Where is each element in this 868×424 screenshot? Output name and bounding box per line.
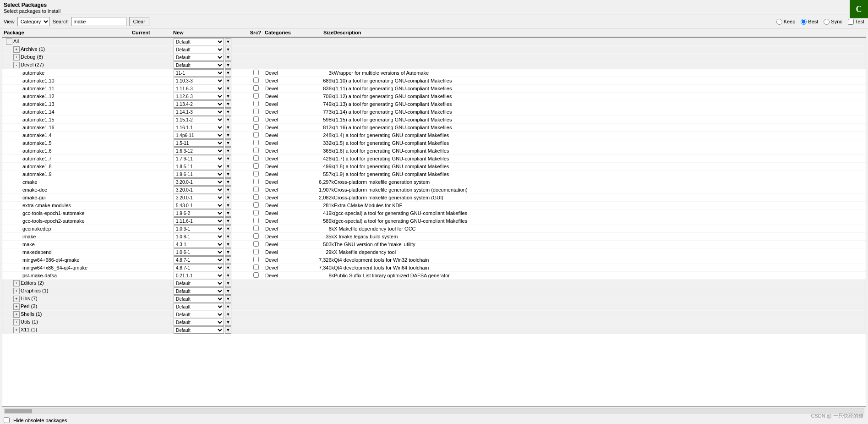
- new-version-select[interactable]: Default: [174, 287, 224, 295]
- keep-radio[interactable]: [776, 19, 782, 25]
- src-checkbox[interactable]: [253, 93, 259, 99]
- new-version-select[interactable]: Default: [174, 38, 224, 45]
- expand-button[interactable]: +: [13, 327, 20, 333]
- new-version-arrow[interactable]: ▼: [225, 155, 231, 162]
- expand-button[interactable]: +: [13, 296, 20, 302]
- new-version-arrow[interactable]: ▼: [225, 209, 231, 217]
- new-version-select[interactable]: Default: [174, 319, 224, 326]
- src-checkbox[interactable]: [253, 140, 259, 145]
- new-version-select[interactable]: 4.3-1: [174, 241, 224, 248]
- new-version-arrow[interactable]: ▼: [225, 248, 231, 256]
- new-version-arrow[interactable]: ▼: [225, 280, 231, 287]
- new-version-arrow[interactable]: ▼: [225, 287, 231, 295]
- src-checkbox[interactable]: [253, 85, 259, 91]
- src-checkbox[interactable]: [253, 109, 259, 114]
- expand-button[interactable]: +: [13, 311, 20, 318]
- new-version-arrow[interactable]: ▼: [225, 272, 231, 279]
- new-version-select[interactable]: 1.16.1-1: [174, 124, 224, 131]
- src-checkbox[interactable]: [253, 218, 259, 223]
- scroll-track[interactable]: [4, 408, 864, 413]
- collapse-button[interactable]: -: [6, 39, 12, 45]
- new-version-arrow[interactable]: ▼: [225, 139, 231, 147]
- new-version-select[interactable]: 0.21.1-1: [174, 272, 224, 279]
- src-checkbox[interactable]: [253, 194, 259, 200]
- category-row[interactable]: +Utils (1)Default▼: [2, 319, 866, 326]
- new-version-select[interactable]: 1.4p6-11: [174, 132, 224, 139]
- src-checkbox[interactable]: [253, 179, 259, 184]
- src-checkbox[interactable]: [253, 257, 259, 262]
- new-version-arrow[interactable]: ▼: [225, 202, 231, 209]
- new-version-select[interactable]: Default: [174, 61, 224, 69]
- src-checkbox[interactable]: [253, 249, 259, 254]
- src-checkbox[interactable]: [253, 116, 259, 122]
- src-checkbox[interactable]: [253, 210, 259, 215]
- new-version-arrow[interactable]: ▼: [225, 233, 231, 240]
- new-version-select[interactable]: 1.7.9-11: [174, 155, 224, 162]
- collapse-button[interactable]: -: [13, 62, 20, 68]
- new-version-select[interactable]: 3.20.0-1: [174, 186, 224, 193]
- category-row[interactable]: +X11 (1)Default▼: [2, 326, 866, 334]
- best-radio[interactable]: [801, 19, 807, 25]
- new-version-arrow[interactable]: ▼: [225, 46, 231, 53]
- sync-radio[interactable]: [824, 19, 830, 25]
- category-row[interactable]: +Shells (1)Default▼: [2, 311, 866, 319]
- src-checkbox[interactable]: [253, 241, 259, 247]
- new-version-select[interactable]: 1.9.6-11: [174, 171, 224, 178]
- clear-button[interactable]: Clear: [129, 17, 149, 26]
- new-version-arrow[interactable]: ▼: [225, 93, 231, 100]
- new-version-select[interactable]: 1.15.1-2: [174, 116, 224, 123]
- view-select[interactable]: Category Full: [17, 17, 50, 26]
- category-row[interactable]: -Devel (27)Default▼: [2, 61, 866, 69]
- new-version-arrow[interactable]: ▼: [225, 256, 231, 264]
- category-row[interactable]: +Archive (1)Default▼: [2, 46, 866, 54]
- new-version-arrow[interactable]: ▼: [225, 241, 231, 248]
- new-version-arrow[interactable]: ▼: [225, 217, 231, 225]
- new-version-select[interactable]: 1.6.3-12: [174, 147, 224, 154]
- new-version-select[interactable]: Default: [174, 46, 224, 53]
- new-version-select[interactable]: Default: [174, 54, 224, 61]
- scroll-thumb[interactable]: [5, 409, 32, 413]
- new-version-select[interactable]: 1.14.1-3: [174, 108, 224, 116]
- new-version-select[interactable]: Default: [174, 311, 224, 318]
- new-version-arrow[interactable]: ▼: [225, 100, 231, 108]
- new-version-select[interactable]: 4.8.7-1: [174, 256, 224, 264]
- new-version-arrow[interactable]: ▼: [225, 225, 231, 232]
- new-version-select[interactable]: Default: [174, 280, 224, 287]
- new-version-arrow[interactable]: ▼: [225, 163, 231, 170]
- src-checkbox[interactable]: [253, 155, 259, 161]
- src-checkbox[interactable]: [253, 187, 259, 192]
- new-version-arrow[interactable]: ▼: [225, 124, 231, 131]
- new-version-arrow[interactable]: ▼: [225, 61, 231, 69]
- expand-button[interactable]: +: [13, 303, 20, 310]
- expand-button[interactable]: +: [13, 54, 20, 61]
- new-version-select[interactable]: 1.8.5-11: [174, 163, 224, 170]
- src-checkbox[interactable]: [253, 202, 259, 208]
- category-row[interactable]: -AllDefault▼: [2, 38, 866, 46]
- category-row[interactable]: +Editors (2)Default▼: [2, 280, 866, 287]
- new-version-arrow[interactable]: ▼: [225, 264, 231, 271]
- new-version-arrow[interactable]: ▼: [225, 108, 231, 116]
- src-checkbox[interactable]: [253, 163, 259, 169]
- new-version-arrow[interactable]: ▼: [225, 171, 231, 178]
- new-version-arrow[interactable]: ▼: [225, 178, 231, 186]
- src-checkbox[interactable]: [253, 148, 259, 153]
- package-list-scroll[interactable]: -AllDefault▼+Archive (1)Default▼+Debug (…: [2, 38, 866, 350]
- new-version-arrow[interactable]: ▼: [225, 54, 231, 61]
- new-version-select[interactable]: 5.43.0-1: [174, 202, 224, 209]
- new-version-arrow[interactable]: ▼: [225, 85, 231, 92]
- search-input[interactable]: [71, 17, 126, 26]
- src-checkbox[interactable]: [253, 272, 259, 278]
- new-version-select[interactable]: Default: [174, 303, 224, 310]
- new-version-select[interactable]: 1.9.6-2: [174, 209, 224, 217]
- new-version-arrow[interactable]: ▼: [225, 295, 231, 303]
- new-version-arrow[interactable]: ▼: [225, 319, 231, 326]
- src-checkbox[interactable]: [253, 124, 259, 130]
- src-checkbox[interactable]: [253, 233, 259, 239]
- new-version-select[interactable]: 3.20.0-1: [174, 194, 224, 201]
- new-version-select[interactable]: 1.0.3-1: [174, 225, 224, 232]
- src-checkbox[interactable]: [253, 226, 259, 231]
- new-version-select[interactable]: 1.12.6-3: [174, 93, 224, 100]
- src-checkbox[interactable]: [253, 171, 259, 176]
- new-version-select[interactable]: 1.10.3-3: [174, 77, 224, 84]
- new-version-arrow[interactable]: ▼: [225, 116, 231, 123]
